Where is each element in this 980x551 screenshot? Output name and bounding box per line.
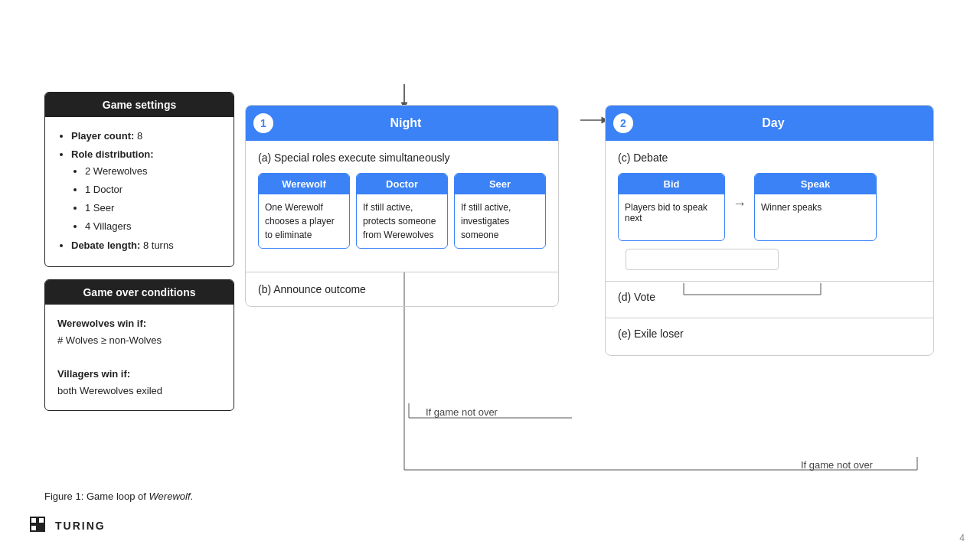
speak-body: Winner speaks: [755, 194, 876, 240]
game-settings-card: Game settings Player count: 8 Role distr…: [44, 92, 234, 267]
role-dist-label: Role distribution:: [71, 148, 154, 160]
game-over-card: Game over conditions Werewolves win if: …: [44, 279, 234, 411]
doctor-role-body: If still active, protects someone from W…: [357, 194, 447, 248]
role-seer: 1 Seer: [85, 200, 221, 217]
player-count-value: 8: [137, 130, 142, 142]
debate-label: (c) Debate: [618, 152, 921, 164]
vote-section: (d) Vote: [606, 282, 933, 318]
role-werewolves: 2 Werewolves: [85, 163, 221, 180]
debate-section: (c) Debate Bid Players bid to speak next…: [606, 141, 933, 282]
exile-section: (e) Exile loser: [606, 318, 933, 355]
night-header: 1 Night: [246, 106, 558, 141]
exile-label: (e) Exile loser: [618, 328, 684, 340]
page-number: 4: [959, 533, 965, 543]
debate-length-label: Debate length:: [71, 240, 140, 251]
game-over-body: Werewolves win if: # Wolves ≥ non-Wolves…: [45, 305, 234, 410]
villagers-win-body: both Werewolves exiled: [57, 383, 221, 399]
player-count-label: Player count:: [71, 130, 134, 142]
night-body: (a) Special roles execute simultaneously…: [246, 141, 558, 272]
figure-caption-period: .: [191, 491, 194, 502]
bid-to-speak-arrow: →: [725, 196, 754, 212]
wolves-win-body: # Wolves ≥ non-Wolves: [57, 332, 221, 349]
day-number: 2: [613, 113, 633, 133]
figure-caption-text: Figure 1: Game loop of: [44, 491, 149, 502]
figure-caption: Figure 1: Game loop of Werewolf.: [44, 491, 193, 502]
seer-role-body: If still active, investigates someone: [455, 194, 545, 248]
night-card: 1 Night (a) Special roles execute simult…: [245, 105, 559, 307]
turing-name: TURING: [55, 520, 106, 532]
night-number: 1: [253, 113, 273, 133]
day-title: Day: [641, 116, 906, 130]
left-panel: Game settings Player count: 8 Role distr…: [44, 92, 234, 423]
villagers-win-title: Villagers win if:: [57, 368, 130, 380]
role-doctor: 1 Doctor: [85, 181, 221, 198]
vote-label: (d) Vote: [618, 291, 655, 303]
speak-header: Speak: [755, 174, 876, 194]
game-settings-body: Player count: 8 Role distribution: 2 Wer…: [45, 117, 234, 266]
seer-role-header: Seer: [455, 174, 545, 194]
bid-header: Bid: [619, 174, 724, 194]
svg-rect-12: [31, 517, 37, 523]
if-game-not-over-night-label: If game not over: [426, 406, 498, 418]
day-header: 2 Day: [606, 106, 933, 141]
doctor-role-card: Doctor If still active, protects someone…: [356, 173, 448, 249]
night-section-a-label: (a) Special roles execute simultaneously: [258, 152, 546, 164]
werewolf-role-body: One Werewolf chooses a player to elimina…: [259, 194, 349, 248]
game-settings-header: Game settings: [45, 93, 234, 117]
night-title: Night: [281, 116, 531, 130]
doctor-role-header: Doctor: [357, 174, 447, 194]
if-game-not-over-day-label: If game not over: [801, 459, 873, 471]
wolves-win-title: Werewolves win if:: [57, 318, 146, 329]
svg-rect-15: [38, 525, 44, 531]
seer-role-card: Seer If still active, investigates someo…: [454, 173, 546, 249]
turing-icon: [29, 516, 49, 536]
svg-rect-13: [38, 517, 44, 523]
werewolf-role-card: Werewolf One Werewolf chooses a player t…: [258, 173, 350, 249]
night-panel: 1 Night (a) Special roles execute simult…: [245, 105, 559, 307]
day-card: 2 Day (c) Debate Bid Players bid to spea…: [605, 105, 934, 356]
turing-logo: TURING: [29, 516, 106, 536]
role-villagers: 4 Villagers: [85, 218, 221, 235]
bid-card: Bid Players bid to speak next: [618, 173, 725, 241]
debate-loop-box: [626, 249, 779, 270]
bid-speak-row: Bid Players bid to speak next → Speak Wi…: [618, 173, 921, 241]
bid-body: Players bid to speak next: [619, 194, 724, 240]
role-cards-row: Werewolf One Werewolf chooses a player t…: [258, 173, 546, 249]
night-section-b-label: (b) Announce outcome: [258, 283, 366, 295]
figure-caption-italic: Werewolf: [149, 491, 191, 502]
speak-card: Speak Winner speaks: [754, 173, 877, 241]
day-panel: 2 Day (c) Debate Bid Players bid to spea…: [605, 105, 934, 356]
night-section-b: (b) Announce outcome: [246, 272, 558, 306]
werewolf-role-header: Werewolf: [259, 174, 349, 194]
svg-rect-14: [31, 525, 37, 531]
debate-length-value: 8 turns: [143, 240, 174, 251]
game-over-header: Game over conditions: [45, 280, 234, 305]
